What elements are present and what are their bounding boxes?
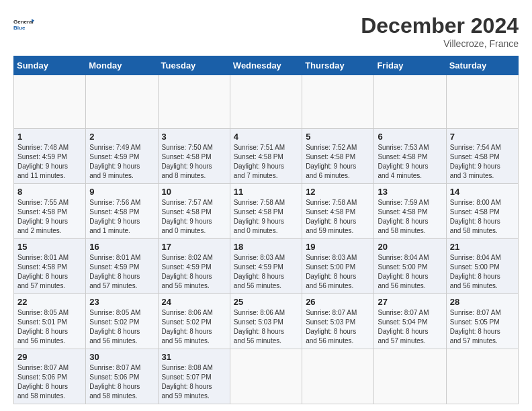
day-detail: Sunrise: 7:57 AM Sunset: 4:58 PM Dayligh… <box>162 198 226 236</box>
logo-svg: General Blue <box>13 13 35 35</box>
calendar-week-row: 8Sunrise: 7:55 AM Sunset: 4:58 PM Daylig… <box>14 184 519 239</box>
day-number: 12 <box>306 187 370 197</box>
calendar-cell: 21Sunrise: 8:04 AM Sunset: 5:00 PM Dayli… <box>446 239 518 294</box>
calendar-cell <box>230 349 302 404</box>
day-number: 28 <box>450 297 515 307</box>
svg-text:General: General <box>13 19 34 25</box>
day-number: 1 <box>17 132 82 142</box>
day-number: 4 <box>234 132 298 142</box>
day-number: 7 <box>450 132 515 142</box>
calendar-cell: 14Sunrise: 8:00 AM Sunset: 4:58 PM Dayli… <box>446 184 518 239</box>
day-detail: Sunrise: 7:59 AM Sunset: 4:58 PM Dayligh… <box>378 198 442 236</box>
day-number: 14 <box>450 187 515 197</box>
day-number: 18 <box>234 242 298 252</box>
day-number: 3 <box>162 132 226 142</box>
day-number: 11 <box>234 187 298 197</box>
col-header-tuesday: Tuesday <box>158 56 230 75</box>
calendar-cell: 9Sunrise: 7:56 AM Sunset: 4:58 PM Daylig… <box>86 184 158 239</box>
calendar-week-row: 29Sunrise: 8:07 AM Sunset: 5:06 PM Dayli… <box>14 349 519 404</box>
svg-text:Blue: Blue <box>13 25 26 31</box>
day-detail: Sunrise: 8:03 AM Sunset: 4:59 PM Dayligh… <box>234 253 298 291</box>
calendar-cell: 2Sunrise: 7:49 AM Sunset: 4:59 PM Daylig… <box>86 129 158 184</box>
calendar-cell: 6Sunrise: 7:53 AM Sunset: 4:58 PM Daylig… <box>374 129 446 184</box>
calendar-cell: 8Sunrise: 7:55 AM Sunset: 4:58 PM Daylig… <box>14 184 86 239</box>
day-detail: Sunrise: 7:52 AM Sunset: 4:58 PM Dayligh… <box>306 143 370 181</box>
col-header-friday: Friday <box>374 56 446 75</box>
day-number: 30 <box>89 352 154 362</box>
calendar-cell: 29Sunrise: 8:07 AM Sunset: 5:06 PM Dayli… <box>14 349 86 404</box>
day-detail: Sunrise: 8:06 AM Sunset: 5:03 PM Dayligh… <box>234 308 298 346</box>
calendar-cell: 27Sunrise: 8:07 AM Sunset: 5:04 PM Dayli… <box>374 294 446 349</box>
day-detail: Sunrise: 8:02 AM Sunset: 4:59 PM Dayligh… <box>162 253 226 291</box>
day-detail: Sunrise: 8:05 AM Sunset: 5:01 PM Dayligh… <box>17 308 82 346</box>
day-detail: Sunrise: 7:55 AM Sunset: 4:58 PM Dayligh… <box>17 198 82 236</box>
calendar-cell: 22Sunrise: 8:05 AM Sunset: 5:01 PM Dayli… <box>14 294 86 349</box>
day-number: 2 <box>89 132 154 142</box>
col-header-monday: Monday <box>86 56 158 75</box>
day-number: 15 <box>17 242 82 252</box>
day-detail: Sunrise: 8:06 AM Sunset: 5:02 PM Dayligh… <box>162 308 226 346</box>
calendar-cell: 31Sunrise: 8:08 AM Sunset: 5:07 PM Dayli… <box>158 349 230 404</box>
day-number: 26 <box>306 297 370 307</box>
day-number: 8 <box>17 187 82 197</box>
calendar-cell <box>374 349 446 404</box>
day-number: 6 <box>378 132 442 142</box>
col-header-thursday: Thursday <box>302 56 374 75</box>
calendar-cell: 30Sunrise: 8:07 AM Sunset: 5:06 PM Dayli… <box>86 349 158 404</box>
col-header-wednesday: Wednesday <box>230 56 302 75</box>
day-detail: Sunrise: 8:07 AM Sunset: 5:04 PM Dayligh… <box>378 308 442 346</box>
logo: General Blue <box>13 13 35 35</box>
day-detail: Sunrise: 8:07 AM Sunset: 5:05 PM Dayligh… <box>450 308 515 346</box>
calendar-cell: 23Sunrise: 8:05 AM Sunset: 5:02 PM Dayli… <box>86 294 158 349</box>
day-detail: Sunrise: 8:03 AM Sunset: 5:00 PM Dayligh… <box>306 253 370 291</box>
day-detail: Sunrise: 7:49 AM Sunset: 4:59 PM Dayligh… <box>89 143 154 181</box>
calendar-cell <box>374 75 446 129</box>
day-number: 24 <box>162 297 226 307</box>
day-detail: Sunrise: 8:07 AM Sunset: 5:06 PM Dayligh… <box>89 363 154 401</box>
calendar-cell: 10Sunrise: 7:57 AM Sunset: 4:58 PM Dayli… <box>158 184 230 239</box>
day-detail: Sunrise: 7:53 AM Sunset: 4:58 PM Dayligh… <box>378 143 442 181</box>
calendar-cell <box>86 75 158 129</box>
day-number: 19 <box>306 242 370 252</box>
month-title: December 2024 <box>361 13 519 38</box>
calendar-cell <box>230 75 302 129</box>
page-header: General Blue December 2024 Villecroze, F… <box>13 13 519 49</box>
day-number: 23 <box>89 297 154 307</box>
calendar-cell: 4Sunrise: 7:51 AM Sunset: 4:58 PM Daylig… <box>230 129 302 184</box>
calendar-cell: 17Sunrise: 8:02 AM Sunset: 4:59 PM Dayli… <box>158 239 230 294</box>
calendar-cell: 19Sunrise: 8:03 AM Sunset: 5:00 PM Dayli… <box>302 239 374 294</box>
calendar-week-row: 1Sunrise: 7:48 AM Sunset: 4:59 PM Daylig… <box>14 129 519 184</box>
day-detail: Sunrise: 7:54 AM Sunset: 4:58 PM Dayligh… <box>450 143 515 181</box>
day-number: 29 <box>17 352 82 362</box>
calendar-cell: 1Sunrise: 7:48 AM Sunset: 4:59 PM Daylig… <box>14 129 86 184</box>
calendar-header-row: SundayMondayTuesdayWednesdayThursdayFrid… <box>14 56 519 75</box>
day-detail: Sunrise: 8:01 AM Sunset: 4:58 PM Dayligh… <box>17 253 82 291</box>
calendar-cell <box>158 75 230 129</box>
day-detail: Sunrise: 7:48 AM Sunset: 4:59 PM Dayligh… <box>17 143 82 181</box>
calendar-week-row <box>14 75 519 129</box>
day-detail: Sunrise: 7:56 AM Sunset: 4:58 PM Dayligh… <box>89 198 154 236</box>
day-detail: Sunrise: 8:00 AM Sunset: 4:58 PM Dayligh… <box>450 198 515 236</box>
day-number: 25 <box>234 297 298 307</box>
day-number: 27 <box>378 297 442 307</box>
col-header-saturday: Saturday <box>446 56 518 75</box>
day-detail: Sunrise: 7:51 AM Sunset: 4:58 PM Dayligh… <box>234 143 298 181</box>
calendar-week-row: 15Sunrise: 8:01 AM Sunset: 4:58 PM Dayli… <box>14 239 519 294</box>
calendar-cell: 11Sunrise: 7:58 AM Sunset: 4:58 PM Dayli… <box>230 184 302 239</box>
day-detail: Sunrise: 8:05 AM Sunset: 5:02 PM Dayligh… <box>89 308 154 346</box>
calendar-cell: 13Sunrise: 7:59 AM Sunset: 4:58 PM Dayli… <box>374 184 446 239</box>
day-number: 21 <box>450 242 515 252</box>
calendar-cell: 26Sunrise: 8:07 AM Sunset: 5:03 PM Dayli… <box>302 294 374 349</box>
day-detail: Sunrise: 8:04 AM Sunset: 5:00 PM Dayligh… <box>378 253 442 291</box>
day-detail: Sunrise: 7:58 AM Sunset: 4:58 PM Dayligh… <box>306 198 370 236</box>
calendar-cell: 3Sunrise: 7:50 AM Sunset: 4:58 PM Daylig… <box>158 129 230 184</box>
day-number: 13 <box>378 187 442 197</box>
day-number: 20 <box>378 242 442 252</box>
day-detail: Sunrise: 7:58 AM Sunset: 4:58 PM Dayligh… <box>234 198 298 236</box>
calendar-cell <box>14 75 86 129</box>
day-detail: Sunrise: 8:07 AM Sunset: 5:03 PM Dayligh… <box>306 308 370 346</box>
calendar-cell <box>302 75 374 129</box>
calendar-cell: 25Sunrise: 8:06 AM Sunset: 5:03 PM Dayli… <box>230 294 302 349</box>
day-number: 31 <box>162 352 226 362</box>
calendar-table: SundayMondayTuesdayWednesdayThursdayFrid… <box>13 56 519 404</box>
